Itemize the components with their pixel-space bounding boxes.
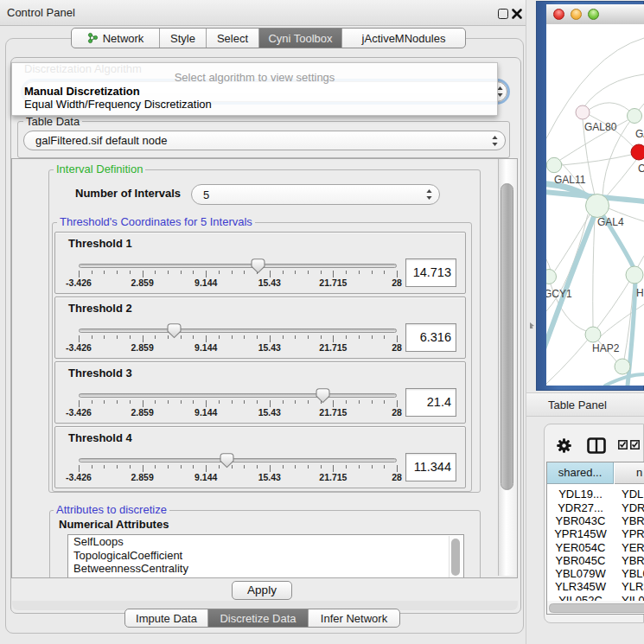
network-node[interactable] xyxy=(615,359,630,374)
slider-thumb[interactable] xyxy=(315,387,331,404)
network-node-c[interactable] xyxy=(631,144,644,160)
tab-select[interactable]: Select xyxy=(207,29,259,48)
apply-button[interactable]: Apply xyxy=(232,581,292,600)
table-row[interactable]: YBR043CYBR0 xyxy=(547,514,644,527)
slider-minor-tick xyxy=(308,465,309,469)
cell-name: YBL0 xyxy=(622,567,644,580)
table-row[interactable]: YLR345WYLR3 xyxy=(547,580,644,593)
slider-tick-label: 2.859 xyxy=(131,277,153,288)
threshold-value-field[interactable]: 11.344 xyxy=(405,453,456,481)
threshold-panel-1: Threshold 1-3.4262.8599.14415.4321.71528… xyxy=(54,232,466,294)
attributes-list-scrollbar[interactable] xyxy=(449,536,462,577)
network-node-label: GAL4 xyxy=(597,216,624,228)
table-row[interactable]: YDL19...YDL1 xyxy=(547,488,644,501)
network-edge[interactable] xyxy=(600,304,644,337)
slider-tick-label: 15.43 xyxy=(258,472,281,482)
window-minimize-light-icon[interactable] xyxy=(571,9,582,20)
network-window-titlebar xyxy=(546,4,644,25)
tab-impute-data[interactable]: Impute Data xyxy=(125,609,208,627)
slider-thumb[interactable] xyxy=(219,452,235,469)
slider-tick-label: 21.715 xyxy=(319,407,347,418)
slider-track[interactable] xyxy=(79,393,397,398)
network-node-gal4[interactable] xyxy=(586,194,609,218)
cell-name: YER0 xyxy=(622,541,644,554)
cell-shared-name: YBL079W xyxy=(547,567,614,580)
attribute-list-item[interactable]: BetweennessCentrality xyxy=(68,562,463,576)
close-icon[interactable] xyxy=(511,6,523,20)
number-of-intervals-combobox[interactable]: 5 xyxy=(191,184,440,205)
slider-track[interactable] xyxy=(79,458,397,462)
network-edge[interactable] xyxy=(593,217,595,327)
network-node-h[interactable] xyxy=(626,266,643,284)
attributes-scrollbar-thumb[interactable] xyxy=(451,539,460,576)
table-hscrollbar[interactable] xyxy=(547,601,644,614)
threshold-value-field[interactable]: 14.713 xyxy=(405,258,456,287)
slider-thumb[interactable] xyxy=(166,322,182,339)
table-data-group-title: Table Data xyxy=(23,115,82,128)
tab-cyni-toolbox[interactable]: Cyni Toolbox xyxy=(259,29,342,48)
network-edge[interactable] xyxy=(605,160,636,198)
table-data-combobox[interactable]: galFiltered.sif default node xyxy=(23,131,506,150)
slider-minor-tick xyxy=(181,271,182,274)
network-edge[interactable] xyxy=(589,103,629,111)
network-edge-highlighted[interactable] xyxy=(605,374,644,386)
settings-scrollbar-thumb[interactable] xyxy=(501,183,513,490)
table-row[interactable]: YBR045CYBR0 xyxy=(547,554,644,567)
network-canvas[interactable]: GAL80GACGAL11GAL4GCY1HHAP2 xyxy=(546,24,644,386)
slider-minor-tick xyxy=(104,271,105,274)
table-header-shared-name[interactable]: shared... xyxy=(547,462,614,484)
slider-minor-tick xyxy=(283,271,284,274)
table-panel-title: Table Panel xyxy=(548,393,607,417)
table-row[interactable]: YIL052CYIL0 xyxy=(547,594,644,601)
tab-infer-network[interactable]: Infer Network xyxy=(309,609,399,627)
slider-thumb[interactable] xyxy=(250,258,266,274)
network-icon xyxy=(87,32,99,44)
tab-network[interactable]: Network xyxy=(72,29,160,48)
network-node-gal11[interactable] xyxy=(546,157,561,172)
node-table: shared... n YDL19...YDL1YDR27...YDR2YBR0… xyxy=(546,462,644,615)
slider-minor-tick xyxy=(321,335,322,339)
settings-scrollbar-track[interactable] xyxy=(498,159,517,576)
network-node-gal80[interactable] xyxy=(576,105,590,119)
attribute-list-item[interactable]: TopologicalCoefficient xyxy=(68,549,463,563)
table-row[interactable]: YER054CYER0 xyxy=(547,541,644,554)
checkbox-checked-icon[interactable] xyxy=(618,440,628,450)
attributes-group-title: Attributes to discretize xyxy=(54,503,169,516)
slider-track[interactable] xyxy=(79,328,397,333)
network-node-gcy1[interactable] xyxy=(546,270,557,284)
slider-tick-label: 9.144 xyxy=(194,472,217,482)
float-window-icon[interactable] xyxy=(498,9,508,19)
slider-minor-tick xyxy=(244,335,245,339)
split-columns-icon[interactable] xyxy=(587,437,606,454)
numerical-attributes-list[interactable]: SelfLoopsTopologicalCoefficientBetweenne… xyxy=(67,534,464,578)
threshold-value-field[interactable]: 21.4 xyxy=(405,388,456,417)
table-hscrollbar-thumb[interactable] xyxy=(549,603,644,613)
threshold-value-field[interactable]: 6.316 xyxy=(405,323,456,352)
network-edge[interactable] xyxy=(584,74,644,106)
checkbox-checked-icon[interactable] xyxy=(630,440,640,450)
tab-discretize-data[interactable]: Discretize Data xyxy=(208,609,309,627)
slider-minor-tick xyxy=(130,271,131,274)
table-row[interactable]: YDR27...YDR2 xyxy=(547,501,644,514)
gear-icon[interactable] xyxy=(557,438,571,453)
table-header-name[interactable]: n xyxy=(615,462,644,484)
tab-jactivemnodules[interactable]: jActiveMNodules xyxy=(342,29,465,48)
cell-shared-name: YBR045C xyxy=(547,554,614,567)
slider-minor-tick xyxy=(244,465,245,469)
network-edge[interactable] xyxy=(562,155,631,165)
network-node-ga[interactable] xyxy=(628,109,642,124)
tab-style[interactable]: Style xyxy=(160,29,207,48)
slider-major-tick xyxy=(143,400,143,407)
slider-track[interactable] xyxy=(79,264,397,268)
algorithm-option-3[interactable]: Equal Width/Frequency Discretization xyxy=(13,98,496,112)
window-zoom-light-icon[interactable] xyxy=(588,9,599,20)
table-row[interactable]: YBL079WYBL0 xyxy=(547,567,644,580)
network-node-hap2[interactable] xyxy=(585,327,601,342)
slider-major-tick xyxy=(143,335,143,342)
slider-tick-label: 9.144 xyxy=(194,407,217,418)
table-row[interactable]: YPR145WYPR1 xyxy=(547,527,644,540)
algorithm-option-2[interactable]: Manual Discretization xyxy=(13,85,496,99)
slider-minor-tick xyxy=(308,335,309,339)
attribute-list-item[interactable]: SelfLoops xyxy=(68,535,463,549)
window-close-light-icon[interactable] xyxy=(553,9,564,20)
